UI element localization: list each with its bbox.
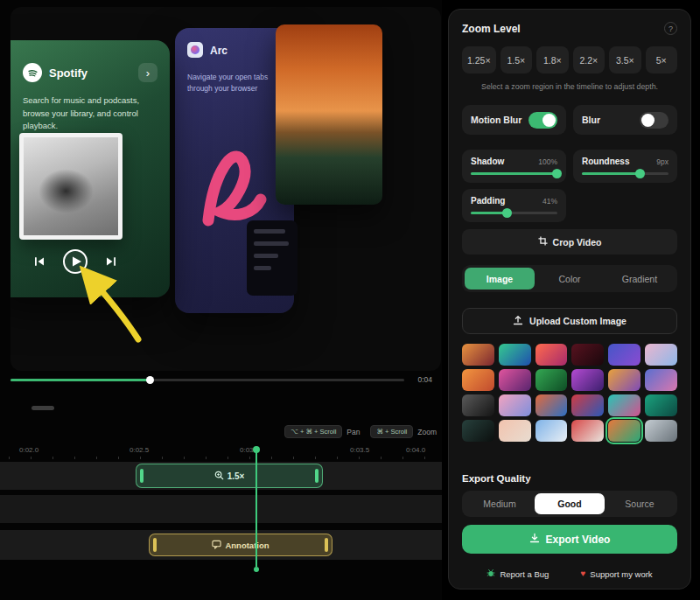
roundness-slider[interactable] bbox=[582, 172, 668, 175]
segment-right-handle[interactable] bbox=[315, 469, 318, 483]
segment-right-handle[interactable] bbox=[325, 538, 328, 552]
roundness-value: 9px bbox=[656, 157, 668, 166]
upload-custom-image-button[interactable]: Upload Custom Image bbox=[462, 308, 677, 334]
skip-next-icon bbox=[105, 255, 117, 271]
report-bug-link[interactable]: Report a Bug bbox=[486, 569, 549, 579]
ruler-tick: 0:03.5 bbox=[350, 446, 369, 454]
wallpaper-thumbnail[interactable] bbox=[608, 420, 640, 442]
panel-header: Zoom Level ? bbox=[462, 22, 677, 35]
album-art bbox=[19, 133, 122, 240]
zoom-option-button[interactable]: 1.5× bbox=[500, 46, 532, 73]
wallpaper-grid bbox=[462, 344, 677, 442]
slider-knob[interactable] bbox=[502, 208, 512, 218]
wallpaper-thumbnail[interactable] bbox=[536, 369, 568, 391]
background-tab[interactable]: Color bbox=[535, 268, 605, 290]
zoom-level-options: 1.25× 1.5× 1.8× 2.2× 3.5× 5× bbox=[462, 46, 677, 73]
wallpaper-thumbnail[interactable] bbox=[499, 369, 531, 391]
zoom-hint: ⌘ + Scroll Zoom bbox=[370, 425, 437, 438]
quality-option[interactable]: Source bbox=[605, 493, 675, 514]
wallpaper-thumbnail[interactable] bbox=[645, 369, 677, 391]
scrubber-track[interactable] bbox=[10, 379, 404, 381]
wallpaper-thumbnail[interactable] bbox=[645, 344, 677, 366]
wallpaper-thumbnail[interactable] bbox=[571, 394, 604, 416]
elapsed-time: 0:04 bbox=[417, 375, 432, 384]
wallpaper-thumbnail[interactable] bbox=[608, 394, 640, 416]
wallpaper-thumbnail[interactable] bbox=[536, 420, 568, 442]
quality-option[interactable]: Medium bbox=[465, 493, 535, 514]
shadow-slider[interactable] bbox=[471, 172, 557, 175]
scrubber-knob[interactable] bbox=[146, 376, 154, 384]
quality-option[interactable]: Good bbox=[535, 493, 605, 514]
speech-bubble-icon bbox=[212, 540, 221, 551]
bug-icon bbox=[486, 569, 495, 579]
magnifier-plus-icon bbox=[214, 471, 224, 482]
segment-left-handle[interactable] bbox=[153, 538, 157, 552]
playhead[interactable] bbox=[252, 446, 261, 572]
wallpaper-thumbnail[interactable] bbox=[645, 420, 677, 442]
zoom-option-button[interactable]: 3.5× bbox=[609, 46, 640, 73]
zoom-hint-text: Select a zoom region in the timeline to … bbox=[462, 82, 677, 91]
slider-grid: Shadow 100% Roundness 9px Padding 41% bbox=[462, 150, 677, 222]
background-tab[interactable]: Image bbox=[465, 268, 535, 290]
wallpaper-thumbnail[interactable] bbox=[536, 394, 568, 416]
annotation-track[interactable]: Annotation bbox=[0, 530, 442, 560]
roundness-slider-card: Roundness 9px bbox=[573, 150, 677, 183]
zoom-option-button[interactable]: 5× bbox=[646, 46, 677, 73]
export-video-button[interactable]: Export Video bbox=[462, 525, 677, 554]
wallpaper-thumbnail[interactable] bbox=[462, 369, 494, 391]
zoom-option-button[interactable]: 1.8× bbox=[536, 46, 568, 73]
padding-value: 41% bbox=[542, 197, 557, 206]
wallpaper-thumbnail[interactable] bbox=[571, 369, 604, 391]
video-preview: Spotify › Search for music and podcasts,… bbox=[10, 7, 441, 371]
zoom-segment[interactable]: 1.5× bbox=[136, 464, 323, 488]
zoom-option-button[interactable]: 2.2× bbox=[573, 46, 605, 73]
export-quality-segment: Medium Good Source bbox=[462, 491, 677, 517]
playback-controls bbox=[33, 248, 117, 278]
wallpaper-thumbnail[interactable] bbox=[608, 369, 640, 391]
wallpaper-thumbnail[interactable] bbox=[462, 394, 494, 416]
wallpaper-thumbnail[interactable] bbox=[499, 394, 531, 416]
motion-blur-toggle[interactable] bbox=[528, 112, 557, 129]
pan-hint: ⌥ + ⌘ + Scroll Pan bbox=[284, 425, 360, 438]
segment-left-handle[interactable] bbox=[140, 469, 144, 483]
timeline-shortcut-hints: ⌥ + ⌘ + Scroll Pan ⌘ + Scroll Zoom bbox=[284, 425, 437, 438]
spotify-logo-icon bbox=[23, 63, 42, 82]
help-icon[interactable]: ? bbox=[664, 22, 677, 35]
wallpaper-thumbnail[interactable] bbox=[536, 344, 568, 366]
ruler-tick: 0:04.0 bbox=[406, 446, 425, 454]
blur-card: Blur bbox=[573, 105, 677, 135]
menu-line bbox=[254, 254, 278, 258]
shadow-label: Shadow bbox=[471, 157, 504, 166]
padding-label: Padding bbox=[471, 196, 505, 206]
playback-scrubber[interactable]: 0:04 bbox=[9, 374, 439, 387]
wallpaper-thumbnail[interactable] bbox=[645, 394, 677, 416]
wallpaper-thumbnail[interactable] bbox=[499, 420, 531, 442]
download-icon bbox=[529, 533, 540, 546]
motion-blur-label: Motion Blur bbox=[471, 115, 522, 125]
zoom-option-button[interactable]: 1.25× bbox=[462, 46, 496, 73]
crop-video-button[interactable]: Crop Video bbox=[462, 229, 677, 255]
time-ruler[interactable]: 0:02.0 0:02.5 0:03.0 0:03.5 0:04.0 bbox=[0, 446, 442, 458]
wallpaper-thumbnail[interactable] bbox=[571, 420, 604, 442]
wallpaper-thumbnail[interactable] bbox=[462, 344, 494, 366]
shadow-value: 100% bbox=[538, 157, 557, 166]
wallpaper-thumbnail[interactable] bbox=[571, 344, 604, 366]
support-link[interactable]: ♥ Support my work bbox=[580, 569, 652, 579]
wallpaper-thumbnail[interactable] bbox=[499, 344, 531, 366]
crop-icon bbox=[538, 236, 548, 248]
zoom-shortcut-keys: ⌘ + Scroll bbox=[370, 425, 413, 438]
annotation-segment[interactable]: Annotation bbox=[149, 534, 332, 556]
zoom-track[interactable]: 1.5× bbox=[0, 462, 442, 490]
wallpaper-thumbnail[interactable] bbox=[462, 420, 494, 442]
padding-slider[interactable] bbox=[471, 212, 557, 214]
wallpaper-thumbnail[interactable] bbox=[608, 344, 640, 366]
background-tab[interactable]: Gradient bbox=[605, 268, 675, 290]
blur-toggle[interactable] bbox=[640, 112, 668, 129]
pan-shortcut-keys: ⌥ + ⌘ + Scroll bbox=[284, 425, 342, 438]
slider-knob[interactable] bbox=[552, 169, 562, 178]
clip-track[interactable] bbox=[0, 495, 442, 523]
slider-knob[interactable] bbox=[635, 169, 645, 178]
export-quality-title: Export Quality bbox=[462, 473, 677, 484]
upload-custom-image-label: Upload Custom Image bbox=[529, 316, 626, 326]
panel-resize-handle[interactable] bbox=[32, 406, 54, 410]
